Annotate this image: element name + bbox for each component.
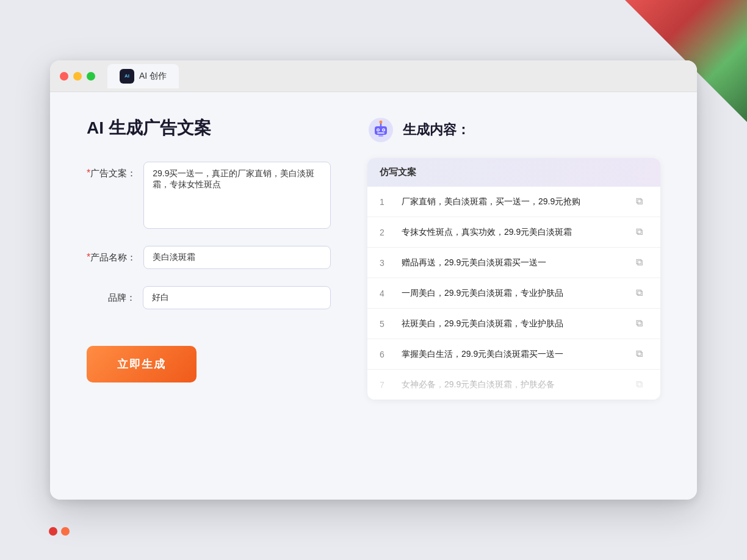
product-name-group: *产品名称： [87,246,331,269]
left-panel: AI 生成广告文案 *广告文案： *产品名称： 品牌： 立 [87,117,331,470]
row-text: 祛斑美白，29.9元美白淡斑霜，专业护肤品 [402,317,626,330]
result-row: 7 女神必备，29.9元美白淡斑霜，护肤必备 ⧉ [367,370,660,400]
result-row: 1 厂家直销，美白淡斑霜，买一送一，29.9元抢购 ⧉ [367,187,660,217]
row-number: 7 [380,380,392,390]
row-number: 4 [380,289,392,298]
row-text: 专抹女性斑点，真实功效，29.9元美白淡斑霜 [402,226,626,239]
ad-copy-group: *广告文案： [87,162,331,229]
row-text: 赠品再送，29.9元美白淡斑霜买一送一 [402,256,626,269]
ad-copy-label: *广告文案： [87,162,136,179]
product-name-label: *产品名称： [87,246,136,264]
result-row: 4 一周美白，29.9元美白淡斑霜，专业护肤品 ⧉ [367,278,660,309]
tab-label: AI 创作 [139,71,167,82]
ad-copy-input[interactable] [143,162,331,229]
right-panel: 生成内容： 仿写文案 1 厂家直销，美白淡斑霜，买一送一，29.9元抢购 ⧉ 2… [367,117,660,470]
title-bar: AI 创作 [50,60,697,92]
result-header: 生成内容： [367,117,660,143]
svg-point-6 [377,129,378,131]
copy-button[interactable]: ⧉ [636,348,648,361]
main-content: AI 生成广告文案 *广告文案： *产品名称： 品牌： 立 [50,92,697,495]
bg-decoration-bottom-left [49,527,70,536]
traffic-light-minimize[interactable] [73,72,82,81]
browser-tab[interactable]: AI 创作 [107,64,179,88]
row-text: 一周美白，29.9元美白淡斑霜，专业护肤品 [402,287,626,300]
brand-input[interactable] [143,286,331,309]
result-row: 6 掌握美白生活，29.9元美白淡斑霜买一送一 ⧉ [367,339,660,370]
copy-button[interactable]: ⧉ [636,257,648,269]
traffic-light-close[interactable] [60,72,68,81]
copy-button[interactable]: ⧉ [636,287,648,300]
row-text: 厂家直销，美白淡斑霜，买一送一，29.9元抢购 [402,195,626,208]
copy-button[interactable]: ⧉ [636,379,648,391]
product-name-input[interactable] [143,246,331,269]
row-number: 2 [380,228,392,237]
copy-button[interactable]: ⧉ [636,226,648,239]
row-number: 6 [380,350,392,359]
row-number: 3 [380,258,392,268]
ai-tab-icon [120,69,134,84]
svg-rect-9 [378,135,383,137]
browser-window: AI 创作 AI 生成广告文案 *广告文案： *产品名称： [50,60,697,500]
svg-rect-8 [377,132,384,134]
robot-icon [367,117,394,143]
traffic-lights [60,72,95,81]
deco-dot-2 [61,527,70,536]
results-table-header: 仿写文案 [367,158,660,187]
row-text: 掌握美白生活，29.9元美白淡斑霜买一送一 [402,348,626,361]
results-table: 仿写文案 1 厂家直销，美白淡斑霜，买一送一，29.9元抢购 ⧉ 2 专抹女性斑… [367,158,660,400]
result-row: 5 祛斑美白，29.9元美白淡斑霜，专业护肤品 ⧉ [367,309,660,339]
traffic-light-maximize[interactable] [87,72,95,81]
copy-button[interactable]: ⧉ [636,196,648,208]
result-row: 2 专抹女性斑点，真实功效，29.9元美白淡斑霜 ⧉ [367,217,660,248]
result-section-title: 生成内容： [403,121,470,139]
result-row: 3 赠品再送，29.9元美白淡斑霜买一送一 ⧉ [367,248,660,278]
page-title: AI 生成广告文案 [87,117,331,140]
row-text: 女神必备，29.9元美白淡斑霜，护肤必备 [402,378,626,391]
brand-label: 品牌： [87,286,135,304]
generate-button[interactable]: 立即生成 [87,346,197,382]
row-number: 5 [380,319,392,329]
row-number: 1 [380,197,392,207]
copy-button[interactable]: ⧉ [636,318,648,330]
deco-dot-1 [49,527,57,536]
svg-point-3 [380,121,383,124]
svg-point-7 [383,129,384,131]
brand-group: 品牌： [87,286,331,309]
